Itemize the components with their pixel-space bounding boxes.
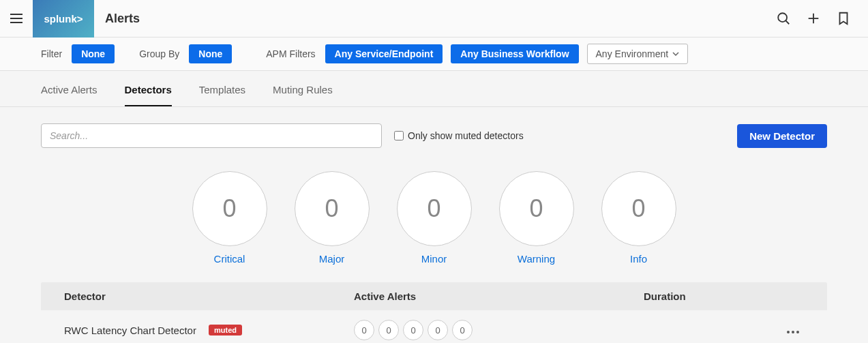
hamburger-icon: [8, 10, 25, 27]
summary-major-count[interactable]: 0: [295, 171, 370, 246]
search-button[interactable]: [770, 5, 797, 32]
summary-warning-label[interactable]: Warning: [518, 253, 555, 265]
summary-info-count[interactable]: 0: [601, 171, 676, 246]
table-row[interactable]: RWC Latency Chart Detector muted 0 0 0 0…: [41, 310, 827, 343]
alert-count-info[interactable]: 0: [452, 320, 473, 340]
apm-service-button[interactable]: Any Service/Endpoint: [325, 44, 443, 63]
svg-point-8: [792, 331, 794, 333]
alert-count-major[interactable]: 0: [378, 320, 399, 340]
page-title: Alerts: [105, 12, 140, 26]
new-detector-button[interactable]: New Detector: [737, 124, 827, 148]
tab-templates[interactable]: Templates: [199, 74, 245, 106]
alert-count-critical[interactable]: 0: [354, 320, 374, 340]
bookmark-button[interactable]: [830, 5, 857, 32]
apm-workflow-button[interactable]: Any Business Workflow: [451, 44, 578, 63]
detector-name-cell: RWC Latency Chart Detector muted: [64, 325, 354, 336]
summary-warning-count[interactable]: 0: [499, 171, 574, 246]
summary-minor: 0 Minor: [397, 171, 472, 265]
header-active-alerts: Active Alerts: [354, 290, 644, 302]
severity-summary: 0 Critical 0 Major 0 Minor 0 Warning 0 I…: [0, 155, 868, 271]
search-icon: [776, 11, 791, 26]
groupby-label: Group By: [139, 48, 179, 59]
bookmark-icon: [836, 11, 851, 26]
ellipsis-icon: [786, 330, 800, 334]
table-header: Detector Active Alerts Duration: [41, 282, 827, 310]
summary-info: 0 Info: [601, 171, 676, 265]
summary-warning: 0 Warning: [499, 171, 574, 265]
muted-only-label: Only show muted detectors: [408, 130, 524, 141]
header-detector: Detector: [64, 290, 354, 302]
top-bar: splunk> Alerts: [0, 0, 868, 38]
svg-point-3: [778, 13, 787, 22]
filter-label: Filter: [41, 48, 62, 59]
search-input[interactable]: [41, 123, 382, 148]
logo-text: splunk>: [44, 13, 83, 25]
splunk-logo[interactable]: splunk>: [33, 0, 94, 38]
tabs: Active Alerts Detectors Templates Muting…: [0, 71, 868, 107]
summary-critical: 0 Critical: [192, 171, 267, 265]
detector-name: RWC Latency Chart Detector: [64, 325, 196, 336]
summary-minor-label[interactable]: Minor: [421, 253, 447, 265]
alert-count-warning[interactable]: 0: [428, 320, 448, 340]
svg-point-9: [796, 331, 799, 333]
summary-critical-label[interactable]: Critical: [214, 253, 245, 265]
summary-major-label[interactable]: Major: [319, 253, 345, 265]
summary-minor-count[interactable]: 0: [397, 171, 472, 246]
tab-muting-rules[interactable]: Muting Rules: [273, 74, 333, 106]
summary-major: 0 Major: [295, 171, 370, 265]
muted-only-checkbox[interactable]: [394, 131, 404, 140]
filter-value-button[interactable]: None: [72, 44, 115, 63]
plus-icon: [806, 11, 821, 26]
svg-point-7: [787, 331, 790, 333]
row-actions-menu[interactable]: [782, 325, 804, 336]
add-button[interactable]: [800, 5, 827, 32]
duration-cell: [644, 325, 804, 336]
active-alerts-cell: 0 0 0 0 0: [354, 320, 644, 340]
menu-toggle[interactable]: [0, 0, 33, 37]
detector-table: Detector Active Alerts Duration RWC Late…: [41, 282, 827, 343]
muted-only-wrapper[interactable]: Only show muted detectors: [394, 130, 524, 141]
tab-active-alerts[interactable]: Active Alerts: [41, 74, 98, 106]
summary-info-label[interactable]: Info: [630, 253, 647, 265]
summary-critical-count[interactable]: 0: [192, 171, 267, 246]
tab-detectors[interactable]: Detectors: [125, 74, 172, 106]
alert-count-minor[interactable]: 0: [403, 320, 423, 340]
chevron-down-icon: [672, 52, 679, 56]
environment-label: Any Environment: [596, 48, 669, 59]
environment-dropdown[interactable]: Any Environment: [587, 44, 689, 64]
controls-row: Only show muted detectors New Detector: [0, 107, 868, 155]
header-duration: Duration: [644, 290, 804, 302]
apm-filters-label: APM Filters: [266, 48, 315, 59]
groupby-value-button[interactable]: None: [189, 44, 232, 63]
svg-line-4: [785, 20, 789, 24]
muted-badge: muted: [209, 325, 242, 335]
filter-bar: Filter None Group By None APM Filters An…: [0, 38, 868, 71]
